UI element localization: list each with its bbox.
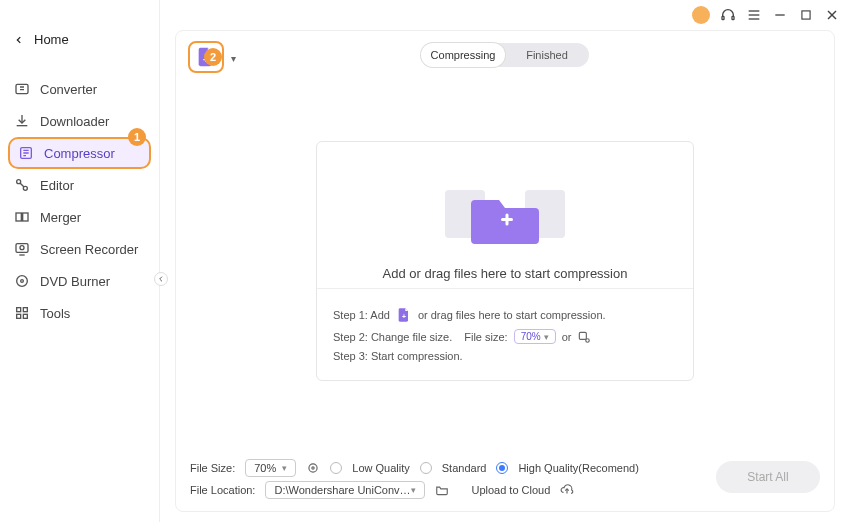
filesize-label: File Size: bbox=[190, 462, 235, 474]
dvd-burner-icon bbox=[14, 273, 30, 289]
svg-rect-20 bbox=[17, 308, 21, 312]
sidebar: Home Converter Downloader Compressor Edi… bbox=[0, 0, 160, 522]
svg-rect-22 bbox=[17, 314, 21, 318]
callout-badge-1: 1 bbox=[128, 128, 146, 146]
merger-icon bbox=[14, 209, 30, 225]
steps-panel: Step 1: Add + or drag files here to star… bbox=[317, 288, 693, 380]
svg-rect-23 bbox=[23, 314, 27, 318]
editor-icon bbox=[14, 177, 30, 193]
svg-rect-14 bbox=[16, 213, 21, 221]
drop-zone[interactable]: Add or drag files here to start compress… bbox=[316, 141, 694, 381]
tab-finished[interactable]: Finished bbox=[505, 43, 589, 67]
quality-standard-radio[interactable] bbox=[420, 462, 432, 474]
step1-post: or drag files here to start compression. bbox=[418, 309, 606, 321]
svg-rect-30 bbox=[580, 332, 587, 339]
svg-text:+: + bbox=[402, 313, 406, 320]
converter-icon bbox=[14, 81, 30, 97]
sidebar-item-label: Tools bbox=[40, 306, 70, 321]
quality-low-radio[interactable] bbox=[330, 462, 342, 474]
custom-size-icon[interactable] bbox=[577, 330, 591, 344]
sidebar-item-editor[interactable]: Editor bbox=[0, 169, 159, 201]
sidebar-item-converter[interactable]: Converter bbox=[0, 73, 159, 105]
quality-low-label: Low Quality bbox=[352, 462, 409, 474]
svg-point-19 bbox=[21, 280, 24, 283]
downloader-icon bbox=[14, 113, 30, 129]
callout-badge-2: 2 bbox=[204, 48, 222, 66]
filesize-select[interactable]: 70%▾ bbox=[245, 459, 296, 477]
svg-point-32 bbox=[309, 464, 317, 472]
status-tabs: Compressing Finished bbox=[421, 43, 589, 67]
screen-recorder-icon bbox=[14, 241, 30, 257]
sidebar-item-label: Merger bbox=[40, 210, 81, 225]
svg-rect-21 bbox=[23, 308, 27, 312]
file-add-icon[interactable]: + bbox=[396, 307, 412, 323]
step2-or: or bbox=[562, 331, 572, 343]
svg-rect-16 bbox=[16, 244, 28, 253]
svg-point-33 bbox=[312, 467, 314, 469]
svg-point-31 bbox=[586, 338, 590, 342]
compressor-icon bbox=[18, 145, 34, 161]
svg-point-18 bbox=[17, 276, 28, 287]
home-button[interactable]: Home bbox=[0, 24, 159, 55]
step2-size-select[interactable]: 70%▾ bbox=[514, 329, 556, 344]
main-pane: + ▾ 2 Compressing Finished Add or drag f… bbox=[175, 30, 835, 512]
step1-pre: Step 1: Add bbox=[333, 309, 390, 321]
svg-point-17 bbox=[20, 246, 24, 250]
sidebar-item-tools[interactable]: Tools bbox=[0, 297, 159, 329]
svg-rect-28 bbox=[506, 214, 509, 226]
quality-high-radio[interactable] bbox=[496, 462, 508, 474]
sidebar-item-label: Converter bbox=[40, 82, 97, 97]
fileloc-label: File Location: bbox=[190, 484, 255, 496]
sidebar-item-screen-recorder[interactable]: Screen Recorder bbox=[0, 233, 159, 265]
sidebar-item-merger[interactable]: Merger bbox=[0, 201, 159, 233]
quality-high-label: High Quality(Recomend) bbox=[518, 462, 638, 474]
sidebar-item-label: DVD Burner bbox=[40, 274, 110, 289]
tools-icon bbox=[14, 305, 30, 321]
start-all-button[interactable]: Start All bbox=[716, 461, 820, 493]
sidebar-item-label: Screen Recorder bbox=[40, 242, 138, 257]
svg-line-13 bbox=[20, 183, 24, 187]
sidebar-item-label: Editor bbox=[40, 178, 74, 193]
drop-caption: Add or drag files here to start compress… bbox=[383, 266, 628, 281]
fileloc-select[interactable]: D:\Wondershare UniConverter 1▾ bbox=[265, 481, 425, 499]
quality-standard-label: Standard bbox=[442, 462, 487, 474]
svg-rect-15 bbox=[23, 213, 28, 221]
folder-open-icon[interactable] bbox=[435, 483, 449, 497]
upload-label: Upload to Cloud bbox=[471, 484, 550, 496]
step2-a: Step 2: Change file size. bbox=[333, 331, 452, 343]
back-icon bbox=[14, 35, 24, 45]
chevron-down-icon[interactable]: ▾ bbox=[231, 53, 236, 64]
sidebar-item-label: Downloader bbox=[40, 114, 109, 129]
target-icon[interactable] bbox=[306, 461, 320, 475]
tab-compressing[interactable]: Compressing bbox=[421, 43, 505, 67]
step3: Step 3: Start compression. bbox=[333, 350, 463, 362]
sidebar-item-dvd-burner[interactable]: DVD Burner bbox=[0, 265, 159, 297]
folder-add-icon bbox=[435, 172, 575, 252]
sidebar-collapse-handle[interactable] bbox=[154, 272, 168, 286]
step2-b: File size: bbox=[464, 331, 507, 343]
home-label: Home bbox=[34, 32, 69, 47]
sidebar-item-label: Compressor bbox=[44, 146, 115, 161]
cloud-upload-icon[interactable] bbox=[560, 483, 574, 497]
